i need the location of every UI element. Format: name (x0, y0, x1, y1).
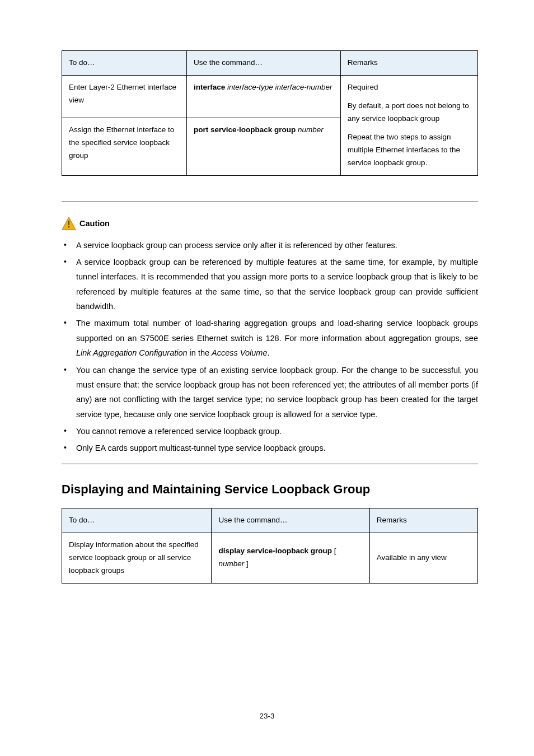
t1-r1-c1: Enter Layer-2 Ethernet interface view (62, 75, 187, 118)
t1-r1-c2: interface interface-type interface-numbe… (186, 75, 340, 118)
remark-default: By default, a port does not belong to an… (348, 100, 471, 125)
caution-label: Caution (79, 219, 110, 228)
li-mid: in the (188, 348, 212, 357)
t2-h1: To do… (62, 508, 212, 533)
t2-r1-c1: Display information about the specified … (62, 533, 212, 583)
warning-icon (62, 217, 76, 230)
svg-rect-2 (68, 226, 69, 228)
t2-h3: Remarks (369, 508, 477, 533)
list-item: A service loopback group can be referenc… (76, 255, 478, 314)
li-post: . (268, 348, 270, 357)
li-pre: The maximum total number of load-sharing… (76, 319, 478, 342)
cmd-arg: interface-type interface-number (227, 83, 332, 91)
cmd-bracket: ] (244, 559, 249, 568)
divider-line (62, 202, 478, 202)
remark-repeat: Repeat the two steps to assign multiple … (348, 131, 471, 170)
caution-header: Caution (62, 217, 478, 230)
t1-r1-c3: Required By default, a port does not bel… (340, 75, 477, 175)
page-number: 23-3 (0, 712, 534, 720)
list-item: You cannot remove a referenced service l… (76, 424, 478, 438)
t2-r1-c3: Available in any view (369, 533, 477, 583)
section-heading: Displaying and Maintaining Service Loopb… (62, 482, 478, 497)
t1-h3: Remarks (340, 51, 477, 76)
cmd-bracket: [ (334, 547, 336, 555)
cmd-arg: number (218, 559, 244, 568)
t2-r1-c2: display service-loopback group [ number … (212, 533, 369, 583)
config-steps-table: To do… Use the command… Remarks Enter La… (62, 50, 478, 176)
list-item: Only EA cards support multicast-tunnel t… (76, 441, 478, 455)
table-row: Enter Layer-2 Ethernet interface view in… (62, 75, 478, 118)
display-cmd-table: To do… Use the command… Remarks Display … (62, 508, 478, 584)
divider-line (62, 464, 478, 464)
svg-rect-1 (68, 221, 69, 225)
t1-r2-c2: port service-loopback group number (186, 118, 340, 175)
caution-callout: Caution A service loopback group can pro… (62, 217, 478, 456)
remark-required: Required (348, 81, 471, 94)
cmd-arg: number (298, 125, 324, 134)
list-item: The maximum total number of load-sharing… (76, 316, 478, 360)
caution-list: A service loopback group can process ser… (62, 238, 478, 456)
li-ital: Link Aggregation Configuration (76, 348, 188, 357)
t1-h1: To do… (62, 51, 187, 76)
cmd-keyword: port service-loopback group (194, 125, 296, 134)
t1-h2: Use the command… (186, 51, 340, 76)
list-item: You can change the service type of an ex… (76, 363, 478, 422)
cmd-keyword: interface (194, 83, 225, 91)
cmd-keyword: display service-loopback group (218, 547, 332, 555)
table-row: Display information about the specified … (62, 533, 478, 583)
li-ital2: Access Volume (212, 348, 267, 357)
list-item: A service loopback group can process ser… (76, 238, 478, 253)
t1-r2-c1: Assign the Ethernet interface to the spe… (62, 118, 187, 175)
t2-h2: Use the command… (212, 508, 369, 533)
